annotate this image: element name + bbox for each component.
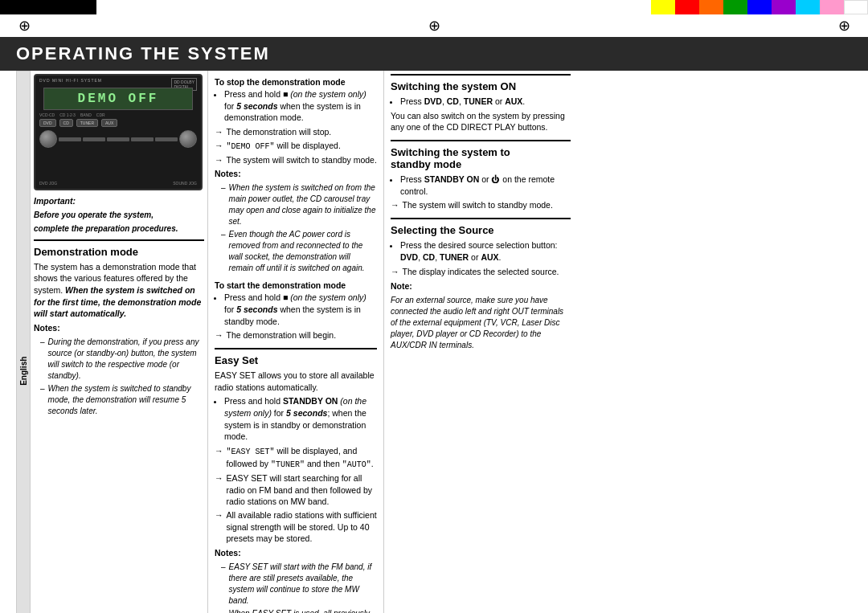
device-image: DVD MINI HI-FI SYSTEM DD DOLBYDIGITAL DE… [34, 74, 203, 190]
stop-demo-arrow-1: →The demonstration will stop. [215, 126, 377, 138]
switch-standby-title: Switching the system to standby mode [391, 146, 571, 170]
device-source-labels: VCD·CDCD 1·2·3BANDCDR [39, 112, 197, 117]
important-text1: Before you operate the system, [34, 210, 204, 221]
switch-on-title: Switching the system ON [391, 80, 571, 92]
easy-set-arrow-1: →"EASY SET" will be displayed, and follo… [215, 445, 377, 471]
switch-standby-step-1: Press STANDBY ON or ⏻ on the remote cont… [400, 174, 571, 197]
reg-mark-center: ⊕ [426, 18, 442, 34]
easy-set-section: Easy Set EASY SET allows you to store al… [215, 348, 377, 613]
right-column: Switching the system ON Press DVD, CD, T… [384, 71, 577, 613]
start-demo-arrow-1: →The demonstration will begin. [215, 329, 377, 341]
main-content: English DVD MINI HI-FI SYSTEM DD DOLBYDI… [0, 71, 868, 613]
language-tab: English [16, 71, 31, 613]
select-source-steps: Press the desired source selection butto… [400, 239, 571, 263]
select-source-note: For an external source, make sure you ha… [391, 295, 571, 351]
easy-set-arrow-3: →All available radio stations with suffi… [215, 509, 377, 545]
switch-standby-arrow-1: →The system will switch to standby mode. [391, 199, 571, 211]
demo-mode-body: The system has a demonstration mode that… [34, 261, 204, 320]
device-display: DEMO OFF [43, 88, 193, 110]
page-title: OPERATING THE SYSTEM [16, 43, 270, 64]
stop-demo-arrow-3: →The system will switch to standby mode. [215, 154, 377, 166]
start-demo-step-1: Press and hold ■ (on the system only) fo… [224, 292, 377, 327]
select-source-section: Selecting the Source Press the desired s… [391, 218, 571, 351]
easy-set-note-1: –EASY SET will start with the FM band, i… [221, 562, 377, 607]
easy-set-title: Easy Set [215, 354, 377, 366]
important-label: Important: [34, 195, 204, 207]
easy-set-body: EASY SET allows you to store all availab… [215, 370, 377, 393]
select-source-note-label: Note: [391, 280, 571, 292]
easy-set-note-2: –When EASY SET is used, all previously s… [221, 608, 377, 613]
demo-mode-section: Demonstration mode The system has a demo… [34, 239, 204, 417]
stop-demo-title: To stop the demonstration mode [215, 77, 377, 87]
device-controls-row [39, 130, 197, 148]
reg-mark-right: ⊕ [836, 18, 852, 34]
stop-demo-section: To stop the demonstration mode Press and… [215, 77, 377, 274]
switch-on-extra: You can also switch on the system by pre… [391, 110, 571, 133]
switch-standby-section: Switching the system to standby mode Pre… [391, 140, 571, 211]
select-source-title: Selecting the Source [391, 224, 571, 236]
device-section: DVD MINI HI-FI SYSTEM DD DOLBYDIGITAL DE… [31, 71, 207, 613]
middle-column: To stop the demonstration mode Press and… [207, 71, 384, 613]
easy-set-step-1: Press and hold STANDBY ON (on the system… [224, 395, 377, 443]
easy-set-arrow-2: →EASY SET will start searching for all r… [215, 472, 377, 508]
start-demo-steps: Press and hold ■ (on the system only) fo… [224, 292, 377, 327]
easy-set-notes-label: Notes: [215, 547, 377, 559]
start-demo-title: To start the demonstration mode [215, 280, 377, 290]
demo-note-1: – During the demonstration, if you press… [40, 337, 204, 382]
stop-notes-list: – When the system is switched on from th… [221, 182, 377, 274]
switch-on-step-1: Press DVD, CD, TUNER or AUX. [400, 96, 571, 108]
stop-demo-step-1: Press and hold ■ (on the system only) fo… [224, 88, 377, 124]
select-source-arrow-1: →The display indicates the selected sour… [391, 266, 571, 278]
start-demo-section: To start the demonstration mode Press an… [215, 280, 377, 341]
important-text2: complete the preparation procedures. [34, 223, 204, 235]
switch-on-steps: Press DVD, CD, TUNER or AUX. [400, 96, 571, 108]
demo-notes-label: Notes: [34, 322, 204, 334]
easy-set-notes-list: –EASY SET will start with the FM band, i… [221, 562, 377, 613]
top-color-bar [0, 0, 868, 14]
demo-notes-list: – During the demonstration, if you press… [40, 337, 204, 417]
device-bottom-labels: DVD JOG SOUND JOG [39, 181, 197, 186]
stop-note-2: – Even though the AC power cord is remov… [221, 229, 377, 274]
select-source-step-1: Press the desired source selection butto… [400, 239, 571, 263]
demo-mode-title: Demonstration mode [34, 246, 204, 258]
reg-mark-left: ⊕ [16, 18, 32, 34]
device-button-row: DVD CD TUNER AUX [39, 119, 197, 127]
demo-note-2: – When the system is switched to standby… [40, 383, 204, 417]
important-section: Important: Before you operate the system… [34, 195, 204, 235]
stop-notes-label: Notes: [215, 168, 377, 180]
stop-demo-steps: Press and hold ■ (on the system only) fo… [224, 88, 377, 124]
reg-marks-top: ⊕ ⊕ ⊕ [0, 14, 868, 37]
stop-note-1: – When the system is switched on from th… [221, 182, 377, 227]
switch-on-section: Switching the system ON Press DVD, CD, T… [391, 74, 571, 133]
switch-standby-steps: Press STANDBY ON or ⏻ on the remote cont… [400, 174, 571, 197]
device-brand: DVD MINI HI-FI SYSTEM [39, 78, 102, 83]
header-band: OPERATING THE SYSTEM [0, 37, 868, 71]
stop-demo-arrow-2: →"DEMO OFF" will be displayed. [215, 140, 377, 153]
easy-set-steps: Press and hold STANDBY ON (on the system… [224, 395, 377, 443]
